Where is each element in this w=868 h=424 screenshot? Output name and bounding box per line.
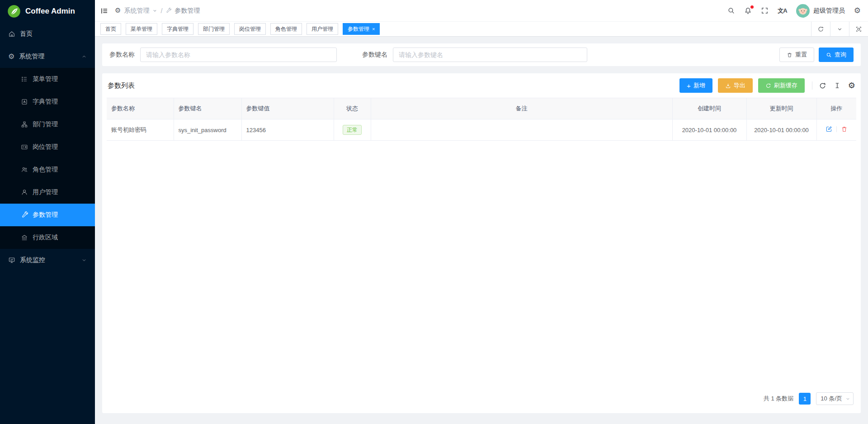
col-status: 状态 [334, 98, 371, 119]
cell-ops [816, 119, 856, 141]
sidebar-item-role-mgmt[interactable]: 角色管理 [0, 158, 95, 181]
refresh-tab-icon[interactable] [811, 22, 830, 36]
wrench-icon [165, 8, 171, 14]
col-remark: 备注 [371, 98, 672, 119]
cell-status: 正常 [334, 119, 371, 141]
page-1-button[interactable]: 1 [799, 393, 811, 405]
toolbar: + 新增 导出 刷新缓存 [679, 78, 855, 93]
tab-home[interactable]: 首页 [100, 23, 121, 35]
sidebar-item-label: 部门管理 [33, 120, 58, 129]
tab-role-mgmt[interactable]: 角色管理 [270, 23, 302, 35]
id-card-icon [21, 143, 28, 151]
app-logo: Coffee Admin [0, 0, 95, 23]
search-button[interactable]: 查询 [819, 48, 854, 62]
col-param-key: 参数键名 [174, 98, 241, 119]
tab-dict-mgmt[interactable]: 字典管理 [162, 23, 193, 35]
sidebar-item-post-mgmt[interactable]: 岗位管理 [0, 136, 95, 158]
table-tools: ⚙ [812, 81, 855, 90]
bank-icon [21, 234, 28, 241]
breadcrumb-level1[interactable]: 系统管理 [124, 7, 149, 15]
settings-gear-icon[interactable]: ⚙ [854, 7, 861, 14]
cell-created: 2020-10-01 00:00:00 [672, 119, 746, 141]
app-title: Coffee Admin [25, 7, 75, 16]
delete-icon[interactable] [841, 126, 848, 133]
sidebar-item-monitor[interactable]: 系统监控 [0, 249, 95, 272]
sidebar-item-label: 菜单管理 [33, 75, 58, 83]
add-button[interactable]: + 新增 [679, 78, 712, 93]
navbar-right: 文A 超级管理员 ⚙ [727, 4, 861, 18]
search-icon[interactable] [727, 7, 735, 14]
table-header-row: 参数名称 参数键名 参数键值 状态 备注 创建时间 更新时间 操作 [107, 98, 856, 119]
fullscreen-icon[interactable] [761, 7, 769, 14]
translate-icon[interactable]: 文A [778, 7, 787, 15]
sidebar-item-label: 用户管理 [33, 188, 58, 196]
sidebar-item-param-mgmt[interactable]: 参数管理 [0, 204, 95, 226]
sidebar-item-user-mgmt[interactable]: 用户管理 [0, 181, 95, 204]
breadcrumb-level2: 参数管理 [175, 7, 200, 15]
org-tree-icon [21, 121, 28, 128]
col-param-name: 参数名称 [107, 98, 174, 119]
cell-param-value: 123456 [241, 119, 334, 141]
sidebar-item-home[interactable]: 首页 [0, 23, 95, 45]
reset-button[interactable]: 重置 [779, 48, 814, 62]
avatar [796, 4, 810, 18]
status-badge: 正常 [343, 125, 362, 135]
sidebar-item-label: 岗位管理 [33, 143, 58, 151]
param-list-card: 参数列表 + 新增 导出 刷新缓存 [102, 73, 861, 413]
cell-updated: 2020-10-01 00:00:00 [746, 119, 816, 141]
sidebar-item-label: 首页 [20, 30, 33, 38]
filter-card: 参数名称 参数键名 重置 查询 [102, 43, 861, 66]
wrench-icon [21, 211, 28, 219]
refresh-cache-button[interactable]: 刷新缓存 [758, 78, 805, 93]
maximize-icon[interactable] [849, 22, 868, 36]
sidebar-submenu-system: 菜单管理 字典管理 部门管理 岗位管理 [0, 68, 95, 249]
tab-user-mgmt[interactable]: 用户管理 [307, 23, 338, 35]
notification-bell-icon[interactable] [744, 7, 752, 14]
tab-dept-mgmt[interactable]: 部门管理 [198, 23, 230, 35]
tab-close-icon[interactable]: × [372, 27, 375, 32]
export-button[interactable]: 导出 [718, 78, 753, 93]
tags-view-bar: 首页 菜单管理 字典管理 部门管理 岗位管理 角色管理 用户管理 参数管理 × [95, 22, 868, 37]
chevron-down-icon[interactable] [152, 8, 157, 13]
download-icon [725, 83, 731, 89]
tab-param-mgmt[interactable]: 参数管理 × [343, 23, 380, 35]
tabs-dropdown-icon[interactable] [830, 22, 849, 36]
param-key-input[interactable] [393, 48, 587, 62]
page-size-select[interactable]: 10 条/页 [816, 392, 854, 405]
edit-icon[interactable] [826, 126, 832, 133]
tab-post-mgmt[interactable]: 岗位管理 [234, 23, 266, 35]
filter-buttons: 重置 查询 [779, 48, 854, 62]
refresh-table-icon[interactable] [819, 82, 826, 90]
roles-icon [21, 166, 28, 173]
col-param-value: 参数键值 [241, 98, 334, 119]
sidebar-menu: 首页 ⚙ 系统管理 菜单管理 字典管理 [0, 23, 95, 424]
refresh-icon [765, 83, 771, 89]
param-key-group: 参数键名 [362, 48, 587, 62]
sidebar-item-label: 系统管理 [19, 52, 44, 61]
breadcrumb: ⚙ 系统管理 / 参数管理 [115, 7, 200, 15]
sidebar-fold-icon[interactable] [100, 7, 108, 15]
sidebar-item-region-mgmt[interactable]: 行政区域 [0, 226, 95, 249]
row-density-icon[interactable] [834, 82, 841, 89]
col-created: 创建时间 [672, 98, 746, 119]
param-name-input[interactable] [140, 48, 337, 62]
column-settings-gear-icon[interactable]: ⚙ [848, 81, 855, 90]
sidebar-item-menu-mgmt[interactable]: 菜单管理 [0, 68, 95, 91]
cell-remark [371, 119, 672, 141]
home-icon [8, 30, 15, 38]
gear-icon: ⚙ [8, 53, 14, 60]
monitor-board-icon [8, 257, 15, 264]
sidebar-item-label: 角色管理 [33, 166, 58, 174]
sidebar-item-dept-mgmt[interactable]: 部门管理 [0, 113, 95, 136]
table-row[interactable]: 账号初始密码 sys_init_password 123456 正常 2020-… [107, 119, 856, 141]
user-menu[interactable]: 超级管理员 [796, 4, 845, 18]
chevron-up-icon [81, 54, 87, 59]
page-content: 参数名称 参数键名 重置 查询 参数列表 [95, 37, 868, 424]
param-list-header: 参数列表 + 新增 导出 刷新缓存 [107, 73, 856, 98]
tab-menu-mgmt[interactable]: 菜单管理 [126, 23, 157, 35]
sidebar-item-label: 行政区域 [33, 233, 58, 242]
sidebar-item-dict-mgmt[interactable]: 字典管理 [0, 91, 95, 113]
sidebar-item-system[interactable]: ⚙ 系统管理 [0, 45, 95, 68]
pagination: 共 1 条数据 1 10 条/页 [107, 386, 856, 413]
col-ops: 操作 [816, 98, 856, 119]
